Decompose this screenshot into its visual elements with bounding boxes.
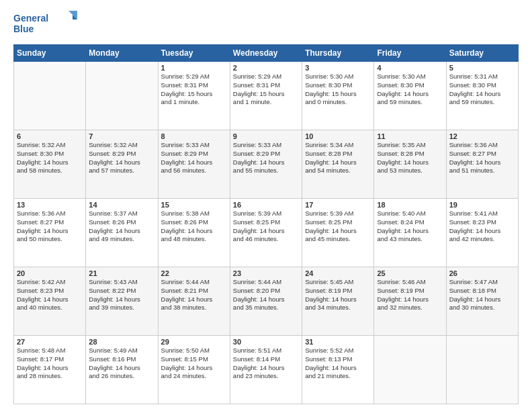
day-info: Sunrise: 5:36 AM Sunset: 8:27 PM Dayligh… bbox=[449, 141, 515, 175]
day-number: 24 bbox=[305, 269, 371, 277]
calendar-cell bbox=[446, 336, 518, 404]
calendar-week-4: 20Sunrise: 5:42 AM Sunset: 8:23 PM Dayli… bbox=[14, 267, 519, 336]
day-number: 21 bbox=[89, 269, 154, 277]
calendar-week-2: 6Sunrise: 5:32 AM Sunset: 8:30 PM Daylig… bbox=[14, 130, 519, 199]
calendar-week-1: 1Sunrise: 5:29 AM Sunset: 8:31 PM Daylig… bbox=[14, 62, 519, 130]
calendar-cell: 30Sunrise: 5:51 AM Sunset: 8:14 PM Dayli… bbox=[230, 336, 302, 404]
day-number: 5 bbox=[449, 64, 515, 72]
calendar-cell: 29Sunrise: 5:50 AM Sunset: 8:15 PM Dayli… bbox=[158, 336, 230, 404]
header-day-sunday: Sunday bbox=[14, 45, 86, 62]
calendar-cell: 24Sunrise: 5:45 AM Sunset: 8:19 PM Dayli… bbox=[302, 267, 374, 336]
day-info: Sunrise: 5:50 AM Sunset: 8:15 PM Dayligh… bbox=[161, 347, 227, 381]
day-info: Sunrise: 5:33 AM Sunset: 8:29 PM Dayligh… bbox=[233, 141, 299, 175]
day-info: Sunrise: 5:32 AM Sunset: 8:30 PM Dayligh… bbox=[17, 141, 83, 175]
calendar-cell: 22Sunrise: 5:44 AM Sunset: 8:21 PM Dayli… bbox=[158, 267, 230, 336]
calendar-cell: 20Sunrise: 5:42 AM Sunset: 8:23 PM Dayli… bbox=[14, 267, 86, 336]
calendar-cell: 26Sunrise: 5:47 AM Sunset: 8:18 PM Dayli… bbox=[446, 267, 518, 336]
day-number: 14 bbox=[89, 201, 154, 209]
day-number: 4 bbox=[377, 64, 443, 72]
day-info: Sunrise: 5:39 AM Sunset: 8:25 PM Dayligh… bbox=[305, 210, 371, 244]
calendar-cell: 31Sunrise: 5:52 AM Sunset: 8:13 PM Dayli… bbox=[302, 336, 374, 404]
day-number: 27 bbox=[17, 338, 83, 346]
calendar-cell: 9Sunrise: 5:33 AM Sunset: 8:29 PM Daylig… bbox=[230, 130, 302, 199]
day-number: 18 bbox=[377, 201, 443, 209]
day-number: 29 bbox=[161, 338, 227, 346]
calendar-cell: 11Sunrise: 5:35 AM Sunset: 8:28 PM Dayli… bbox=[374, 130, 446, 199]
calendar-cell: 19Sunrise: 5:41 AM Sunset: 8:23 PM Dayli… bbox=[446, 199, 518, 267]
day-info: Sunrise: 5:44 AM Sunset: 8:20 PM Dayligh… bbox=[233, 278, 299, 312]
svg-text:Blue: Blue bbox=[13, 24, 34, 34]
calendar-cell: 7Sunrise: 5:32 AM Sunset: 8:29 PM Daylig… bbox=[86, 130, 158, 199]
day-info: Sunrise: 5:48 AM Sunset: 8:17 PM Dayligh… bbox=[17, 347, 83, 381]
day-number: 30 bbox=[233, 338, 299, 346]
day-number: 8 bbox=[161, 132, 227, 140]
calendar-cell bbox=[374, 336, 446, 404]
day-info: Sunrise: 5:35 AM Sunset: 8:28 PM Dayligh… bbox=[377, 141, 443, 175]
day-info: Sunrise: 5:42 AM Sunset: 8:23 PM Dayligh… bbox=[17, 278, 83, 312]
day-info: Sunrise: 5:44 AM Sunset: 8:21 PM Dayligh… bbox=[161, 278, 227, 312]
calendar-cell: 10Sunrise: 5:34 AM Sunset: 8:28 PM Dayli… bbox=[302, 130, 374, 199]
day-number: 19 bbox=[449, 201, 515, 209]
calendar-cell: 8Sunrise: 5:33 AM Sunset: 8:29 PM Daylig… bbox=[158, 130, 230, 199]
calendar-cell: 2Sunrise: 5:29 AM Sunset: 8:31 PM Daylig… bbox=[230, 62, 302, 130]
day-info: Sunrise: 5:39 AM Sunset: 8:25 PM Dayligh… bbox=[233, 210, 299, 244]
day-number: 2 bbox=[233, 64, 299, 72]
day-info: Sunrise: 5:49 AM Sunset: 8:16 PM Dayligh… bbox=[89, 347, 154, 381]
logo: General Blue bbox=[13, 11, 77, 38]
day-info: Sunrise: 5:41 AM Sunset: 8:23 PM Dayligh… bbox=[449, 210, 515, 244]
calendar-table: SundayMondayTuesdayWednesdayThursdayFrid… bbox=[13, 44, 519, 404]
calendar-cell: 3Sunrise: 5:30 AM Sunset: 8:30 PM Daylig… bbox=[302, 62, 374, 130]
day-info: Sunrise: 5:43 AM Sunset: 8:22 PM Dayligh… bbox=[89, 278, 154, 312]
header-day-friday: Friday bbox=[374, 45, 446, 62]
day-info: Sunrise: 5:29 AM Sunset: 8:31 PM Dayligh… bbox=[233, 73, 299, 107]
svg-text:General: General bbox=[13, 13, 48, 24]
header: General Blue bbox=[13, 11, 519, 38]
day-info: Sunrise: 5:31 AM Sunset: 8:30 PM Dayligh… bbox=[449, 73, 515, 107]
header-day-tuesday: Tuesday bbox=[158, 45, 230, 62]
day-number: 31 bbox=[305, 338, 371, 346]
day-number: 1 bbox=[161, 64, 227, 72]
day-number: 16 bbox=[233, 201, 299, 209]
calendar-week-3: 13Sunrise: 5:36 AM Sunset: 8:27 PM Dayli… bbox=[14, 199, 519, 267]
day-info: Sunrise: 5:45 AM Sunset: 8:19 PM Dayligh… bbox=[305, 278, 371, 312]
calendar-cell: 23Sunrise: 5:44 AM Sunset: 8:20 PM Dayli… bbox=[230, 267, 302, 336]
calendar-cell bbox=[86, 62, 158, 130]
calendar-cell: 16Sunrise: 5:39 AM Sunset: 8:25 PM Dayli… bbox=[230, 199, 302, 267]
day-number: 10 bbox=[305, 132, 371, 140]
calendar-cell: 25Sunrise: 5:46 AM Sunset: 8:19 PM Dayli… bbox=[374, 267, 446, 336]
header-day-saturday: Saturday bbox=[446, 45, 518, 62]
calendar-cell: 5Sunrise: 5:31 AM Sunset: 8:30 PM Daylig… bbox=[446, 62, 518, 130]
day-number: 7 bbox=[89, 132, 154, 140]
logo-svg: General Blue bbox=[13, 11, 77, 38]
calendar-cell: 12Sunrise: 5:36 AM Sunset: 8:27 PM Dayli… bbox=[446, 130, 518, 199]
day-info: Sunrise: 5:36 AM Sunset: 8:27 PM Dayligh… bbox=[17, 210, 83, 244]
calendar-cell: 14Sunrise: 5:37 AM Sunset: 8:26 PM Dayli… bbox=[86, 199, 158, 267]
calendar-cell: 13Sunrise: 5:36 AM Sunset: 8:27 PM Dayli… bbox=[14, 199, 86, 267]
day-number: 3 bbox=[305, 64, 371, 72]
day-info: Sunrise: 5:29 AM Sunset: 8:31 PM Dayligh… bbox=[161, 73, 227, 107]
day-number: 28 bbox=[89, 338, 154, 346]
day-info: Sunrise: 5:34 AM Sunset: 8:28 PM Dayligh… bbox=[305, 141, 371, 175]
day-number: 11 bbox=[377, 132, 443, 140]
header-day-monday: Monday bbox=[86, 45, 158, 62]
day-info: Sunrise: 5:37 AM Sunset: 8:26 PM Dayligh… bbox=[89, 210, 154, 244]
day-info: Sunrise: 5:38 AM Sunset: 8:26 PM Dayligh… bbox=[161, 210, 227, 244]
day-info: Sunrise: 5:33 AM Sunset: 8:29 PM Dayligh… bbox=[161, 141, 227, 175]
page: General Blue SundayMondayTuesdayWednesda… bbox=[0, 0, 532, 411]
day-info: Sunrise: 5:30 AM Sunset: 8:30 PM Dayligh… bbox=[305, 73, 371, 107]
calendar-cell: 6Sunrise: 5:32 AM Sunset: 8:30 PM Daylig… bbox=[14, 130, 86, 199]
day-number: 9 bbox=[233, 132, 299, 140]
day-number: 6 bbox=[17, 132, 83, 140]
calendar-cell: 17Sunrise: 5:39 AM Sunset: 8:25 PM Dayli… bbox=[302, 199, 374, 267]
day-info: Sunrise: 5:32 AM Sunset: 8:29 PM Dayligh… bbox=[89, 141, 154, 175]
day-number: 26 bbox=[449, 269, 515, 277]
day-info: Sunrise: 5:40 AM Sunset: 8:24 PM Dayligh… bbox=[377, 210, 443, 244]
header-day-wednesday: Wednesday bbox=[230, 45, 302, 62]
calendar-cell: 21Sunrise: 5:43 AM Sunset: 8:22 PM Dayli… bbox=[86, 267, 158, 336]
calendar-cell: 1Sunrise: 5:29 AM Sunset: 8:31 PM Daylig… bbox=[158, 62, 230, 130]
day-number: 25 bbox=[377, 269, 443, 277]
day-number: 12 bbox=[449, 132, 515, 140]
day-number: 20 bbox=[17, 269, 83, 277]
calendar-week-5: 27Sunrise: 5:48 AM Sunset: 8:17 PM Dayli… bbox=[14, 336, 519, 404]
day-number: 17 bbox=[305, 201, 371, 209]
